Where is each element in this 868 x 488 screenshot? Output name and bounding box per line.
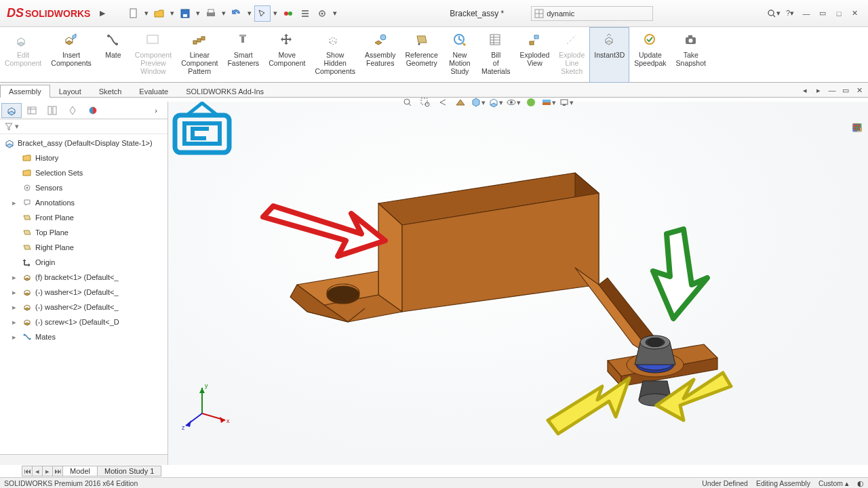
sheet-prev-icon[interactable]: ◂	[32, 466, 43, 476]
tab-solidworks-add-ins[interactable]: SOLIDWORKS Add-Ins	[177, 85, 273, 98]
smart-fasteners-button[interactable]: SmartFasteners	[222, 27, 264, 83]
display-manager-tab-icon[interactable]	[83, 103, 103, 118]
tree-item[interactable]: ▸(-) screw<1> (Default<_D	[0, 314, 167, 329]
tab-sketch[interactable]: Sketch	[90, 85, 131, 98]
tab-layout[interactable]: Layout	[50, 85, 90, 98]
sheet-last-icon[interactable]: ⏭	[52, 466, 63, 476]
tree-expand-icon[interactable]: ›	[146, 103, 166, 118]
select-dropdown-icon[interactable]: ▾	[271, 5, 279, 22]
window-maximize-icon[interactable]: □	[831, 6, 846, 21]
expand-icon[interactable]: ▸	[12, 333, 19, 342]
show-hidden-components-button[interactable]: ShowHiddenComponents	[310, 27, 360, 83]
tree-root[interactable]: Bracket_assy (Default<Display State-1>)	[0, 136, 167, 150]
svg-point-6	[288, 12, 292, 16]
open-icon[interactable]	[151, 5, 167, 22]
view-settings-icon[interactable]: ▾	[559, 95, 574, 110]
section-view-icon[interactable]	[453, 95, 468, 110]
move-component-button[interactable]: MoveComponent	[264, 27, 310, 83]
window-restore-icon[interactable]: ▭	[815, 6, 830, 21]
print-dropdown-icon[interactable]: ▾	[220, 5, 228, 22]
tree-item[interactable]: ▸Mates	[0, 329, 167, 344]
insert-components-button[interactable]: InsertComponents	[46, 27, 96, 83]
svg-point-27	[688, 39, 692, 43]
view-orientation-icon[interactable]: ▾	[471, 95, 486, 110]
new-icon[interactable]	[125, 5, 142, 22]
zoom-fit-icon[interactable]	[400, 95, 415, 110]
print-icon[interactable]	[203, 5, 219, 22]
doc-close-icon[interactable]: ✕	[853, 84, 865, 96]
linear-component-pattern-button[interactable]: LinearComponentPattern	[176, 27, 222, 83]
zoom-area-icon[interactable]	[418, 95, 433, 110]
undo-dropdown-icon[interactable]: ▾	[245, 5, 254, 22]
svg-rect-2	[183, 14, 187, 17]
window-close-icon[interactable]: ✕	[848, 6, 863, 21]
menu-dropdown-icon[interactable]: ▶	[94, 5, 111, 22]
apply-scene-icon[interactable]: ▾	[541, 95, 556, 110]
panel-prev-icon[interactable]: ◂	[799, 84, 811, 96]
tree-item[interactable]: Right Plane	[0, 240, 167, 255]
hide-show-icon[interactable]: ▾	[506, 95, 521, 110]
expand-icon[interactable]: ▸	[12, 199, 19, 207]
tree-item[interactable]: Front Plane	[0, 210, 167, 225]
tab-evaluate[interactable]: Evaluate	[130, 85, 177, 98]
take-snapshot-button[interactable]: TakeSnapshot	[671, 27, 711, 83]
update-speedpak-button[interactable]: UpdateSpeedpak	[629, 27, 671, 83]
rebuild-icon[interactable]	[280, 5, 296, 22]
tab-model[interactable]: Model	[62, 466, 98, 476]
reference-geometry-button[interactable]: ReferenceGeometry	[400, 27, 442, 83]
edit-appearance-icon[interactable]	[524, 95, 538, 110]
svg-rect-37	[561, 100, 568, 104]
doc-minimize-icon[interactable]: —	[826, 84, 838, 96]
configuration-manager-tab-icon[interactable]	[42, 103, 62, 118]
bill-of-materials-button[interactable]: BillofMaterials	[477, 27, 515, 83]
save-dropdown-icon[interactable]: ▾	[194, 5, 202, 22]
select-icon[interactable]	[254, 5, 271, 22]
settings-dropdown-icon[interactable]: ▾	[331, 5, 339, 22]
feature-manager-tab-icon[interactable]	[1, 103, 22, 118]
sheet-first-icon[interactable]: ⏮	[22, 466, 33, 476]
tab-motion-study[interactable]: Motion Study 1	[97, 466, 161, 476]
display-style-icon[interactable]: ▾	[488, 95, 503, 110]
expand-icon[interactable]: ▸	[12, 303, 19, 312]
tree-filter[interactable]: ▾	[0, 119, 167, 134]
graphics-viewport[interactable]: y x z	[168, 102, 868, 465]
tree-item[interactable]: ▸(f) bracket<1> (Default<_	[0, 270, 167, 285]
mate-button[interactable]: Mate	[96, 27, 130, 83]
status-extra-icon[interactable]: ◐	[857, 479, 864, 487]
search-input[interactable]: dynamic	[531, 6, 653, 21]
settings-icon[interactable]	[314, 5, 330, 22]
options-list-icon[interactable]	[297, 5, 313, 22]
tree-item[interactable]: ▸Annotations	[0, 195, 167, 210]
previous-view-icon[interactable]	[435, 95, 450, 110]
doc-restore-icon[interactable]: ▭	[840, 84, 852, 96]
expand-icon[interactable]: ▸	[12, 273, 19, 282]
search-dropdown-icon[interactable]: ▾	[766, 6, 781, 21]
expand-icon[interactable]: ▸	[12, 318, 19, 327]
tree-item[interactable]: Origin	[0, 255, 167, 270]
tree-item[interactable]: Top Plane	[0, 225, 167, 240]
open-dropdown-icon[interactable]: ▾	[168, 5, 176, 22]
help-icon[interactable]: ?▾	[783, 6, 797, 21]
property-manager-tab-icon[interactable]	[22, 103, 42, 118]
tree-h-scrollbar[interactable]	[0, 454, 167, 465]
panel-next-icon[interactable]: ▸	[812, 84, 825, 96]
assembly-features-button[interactable]: AssemblyFeatures	[360, 27, 401, 83]
sheet-nav[interactable]: ⏮ ◂ ▸ ⏭	[22, 466, 62, 476]
tree-item[interactable]: ▸(-) washer<2> (Default<_	[0, 300, 167, 314]
status-units[interactable]: Custom ▴	[818, 479, 849, 487]
sheet-next-icon[interactable]: ▸	[42, 466, 53, 476]
tab-assembly[interactable]: Assembly	[0, 85, 50, 98]
tree-item[interactable]: Selection Sets	[0, 165, 167, 180]
tree-item[interactable]: Sensors	[0, 180, 167, 195]
tree-item[interactable]: ▸(-) washer<1> (Default<_	[0, 285, 167, 300]
tree-item[interactable]: History	[0, 150, 167, 165]
window-minimize-icon[interactable]: —	[799, 6, 814, 21]
new-motion-study-button[interactable]: NewMotionStudy	[443, 27, 477, 83]
expand-icon[interactable]: ▸	[12, 288, 19, 297]
undo-icon[interactable]	[229, 5, 245, 22]
instant3d-button[interactable]: Instant3D	[589, 27, 629, 83]
dimxpert-manager-tab-icon[interactable]	[62, 103, 83, 118]
save-icon[interactable]	[177, 5, 193, 22]
new-dropdown-icon[interactable]: ▾	[142, 5, 151, 22]
exploded-view-button[interactable]: ExplodedView	[515, 27, 555, 83]
